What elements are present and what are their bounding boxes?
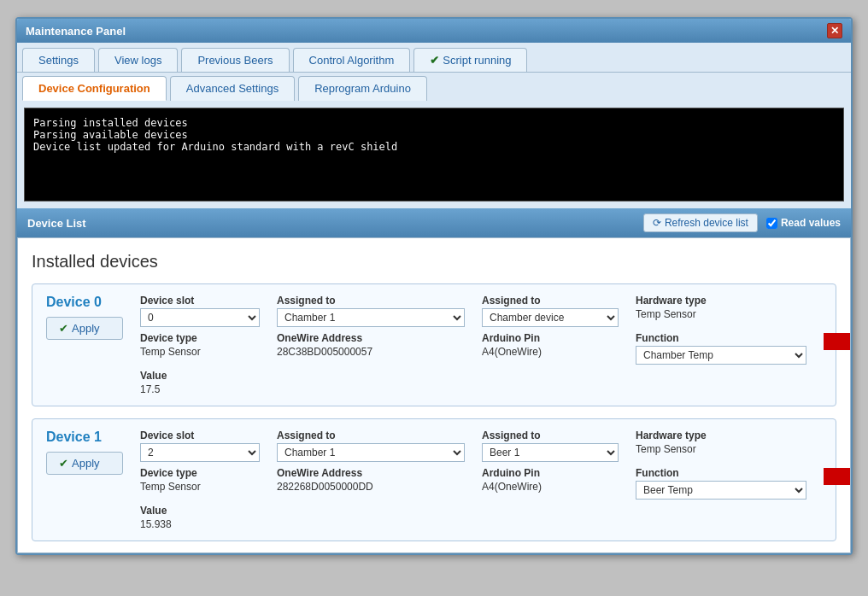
device-1-function-label: Function — [636, 467, 806, 479]
device-1-onewire-label: OneWire Address — [277, 467, 465, 479]
device-1-slot-label: Device slot — [140, 429, 260, 441]
device-1-devtype-value: Temp Sensor — [140, 481, 260, 493]
svg-marker-1 — [824, 459, 851, 494]
device-1-onewire-value: 282268D0050000DD — [277, 481, 465, 493]
tab-control-algorithm[interactable]: Control Algorithm — [293, 48, 411, 72]
device-list-scroll[interactable]: Installed devices Device 0 ✔ Apply Devic… — [17, 237, 851, 553]
device-1-value-label: Value — [140, 505, 260, 517]
device-1-hwtype-label: Hardware type — [636, 429, 806, 441]
tabs-row-1: Settings View logs Previous Beers Contro… — [17, 43, 851, 73]
device-1-id-col: Device 1 ✔ Apply — [46, 429, 123, 475]
tabs-row-2: Device Configuration Advanced Settings R… — [17, 73, 851, 101]
device-0-hwtype-value: Temp Sensor — [636, 308, 806, 320]
device-0-assigned1-group: Assigned to Chamber 1 Beer 1 None — [277, 295, 465, 327]
tab-reprogram-arduino[interactable]: Reprogram Arduino — [298, 76, 427, 101]
device-0-devtype-value: Temp Sensor — [140, 346, 260, 358]
device-1-devtype-label: Device type — [140, 467, 260, 479]
device-1-function-group: Function Beer Temp Chamber Temp None — [636, 467, 806, 500]
device-list-header: Device List ⟳ Refresh device list Read v… — [17, 208, 851, 237]
device-0-assigned2-label: Assigned to — [482, 295, 619, 307]
device-0-id: Device 0 — [46, 295, 123, 310]
close-button[interactable]: ✕ — [827, 23, 842, 38]
tab-previous-beers[interactable]: Previous Beers — [181, 48, 289, 72]
svg-marker-0 — [824, 324, 851, 359]
device-1-value-group: Value 15.938 — [140, 505, 260, 530]
device-0-apply-button[interactable]: ✔ Apply — [46, 317, 123, 340]
tab-script-running[interactable]: ✔ Script running — [413, 48, 527, 72]
device-1-assigned1-label: Assigned to — [277, 429, 465, 441]
arrow-1 — [824, 429, 851, 498]
device-1-assigned2-label: Assigned to — [482, 429, 619, 441]
device-0-value-label: Value — [140, 370, 260, 382]
device-0-assigned2-group: Assigned to Chamber device Beer 1 — [482, 295, 619, 327]
arrow-0 — [824, 295, 851, 363]
device-1-assigned1-select[interactable]: Chamber 1 Beer 1 None — [277, 443, 465, 462]
refresh-device-list-button[interactable]: ⟳ Refresh device list — [643, 213, 758, 232]
device-1-slot-group: Device slot 0 1 2 — [140, 429, 260, 462]
apply-1-check-icon: ✔ — [59, 457, 68, 470]
device-0-assigned2-select[interactable]: Chamber device Beer 1 — [482, 308, 619, 327]
device-0-slot-label: Device slot — [140, 295, 260, 307]
script-running-check-icon: ✔ — [430, 54, 439, 67]
device-0-hwtype-group: Hardware type Temp Sensor — [636, 295, 806, 327]
device-0-onewire-value: 28C38BD005000057 — [277, 346, 465, 358]
device-0-assigned1-select[interactable]: Chamber 1 Beer 1 None — [277, 308, 465, 327]
red-arrow-0-icon — [824, 320, 851, 363]
device-0-devtype-label: Device type — [140, 332, 260, 344]
device-1-onewire-group: OneWire Address 282268D0050000DD — [277, 467, 465, 500]
console-output: Parsing installed devices Parsing availa… — [24, 108, 844, 202]
device-0-slot-select[interactable]: 0 1 2 — [140, 308, 260, 327]
device-card-1: Device 1 ✔ Apply Device slot 0 1 2 — [32, 418, 836, 541]
device-0-onewire-group: OneWire Address 28C38BD005000057 — [277, 332, 465, 365]
console-line-2: Parsing available devices — [33, 129, 835, 141]
device-1-value-value: 15.938 — [140, 518, 260, 530]
device-0-value-group: Value 17.5 — [140, 370, 260, 395]
device-0-fields: Device slot 0 1 2 Assigned to Chamber 1 … — [140, 295, 806, 395]
device-list-actions: ⟳ Refresh device list Read values — [643, 213, 841, 232]
refresh-label: Refresh device list — [665, 217, 748, 229]
device-0-function-select[interactable]: Chamber Temp Beer Temp None — [636, 346, 806, 365]
refresh-icon: ⟳ — [653, 217, 661, 229]
read-values-label[interactable]: Read values — [766, 217, 841, 229]
tab-script-running-label: Script running — [443, 54, 511, 67]
device-1-pin-label: Arduino Pin — [482, 467, 619, 479]
device-1-function-select[interactable]: Beer Temp Chamber Temp None — [636, 481, 806, 500]
installed-devices-title: Installed devices — [32, 252, 836, 272]
apply-1-label: Apply — [72, 457, 100, 470]
window-title: Maintenance Panel — [26, 25, 126, 38]
device-1-assigned2-select[interactable]: Beer 1 Chamber device — [482, 443, 619, 462]
device-1-pin-group: Arduino Pin A4(OneWire) — [482, 467, 619, 500]
read-values-checkbox[interactable] — [766, 218, 777, 229]
device-1-assigned1-group: Assigned to Chamber 1 Beer 1 None — [277, 429, 465, 462]
console-line-1: Parsing installed devices — [33, 117, 835, 129]
device-0-id-col: Device 0 ✔ Apply — [46, 295, 123, 340]
device-list-title: Device List — [27, 217, 86, 230]
device-0-pin-label: Arduino Pin — [482, 332, 619, 344]
device-1-apply-button[interactable]: ✔ Apply — [46, 452, 123, 475]
device-0-onewire-label: OneWire Address — [277, 332, 465, 344]
device-1-slot-select[interactable]: 0 1 2 — [140, 443, 260, 462]
red-arrow-1-icon — [824, 455, 851, 498]
device-0-function-label: Function — [636, 332, 806, 344]
device-card-0: Device 0 ✔ Apply Device slot 0 1 2 — [32, 283, 836, 406]
device-1-assigned2-group: Assigned to Beer 1 Chamber device — [482, 429, 619, 462]
read-values-text: Read values — [781, 217, 841, 229]
tab-settings[interactable]: Settings — [22, 48, 95, 72]
apply-0-check-icon: ✔ — [59, 322, 68, 335]
tab-view-logs[interactable]: View logs — [98, 48, 178, 72]
device-1-id: Device 1 — [46, 429, 123, 445]
tab-device-configuration[interactable]: Device Configuration — [22, 76, 167, 101]
device-0-value-value: 17.5 — [140, 383, 260, 395]
device-1-fields: Device slot 0 1 2 Assigned to Chamber 1 … — [140, 429, 806, 530]
device-1-pin-value: A4(OneWire) — [482, 481, 619, 493]
device-0-devtype-group: Device type Temp Sensor — [140, 332, 260, 365]
device-0-pin-value: A4(OneWire) — [482, 346, 619, 358]
device-0-function-group: Function Chamber Temp Beer Temp None — [636, 332, 806, 365]
device-0-slot-group: Device slot 0 1 2 — [140, 295, 260, 327]
main-window: Maintenance Panel ✕ Settings View logs P… — [15, 17, 853, 555]
apply-0-label: Apply — [72, 322, 100, 335]
device-1-devtype-group: Device type Temp Sensor — [140, 467, 260, 500]
tab-advanced-settings[interactable]: Advanced Settings — [170, 76, 295, 101]
title-bar: Maintenance Panel ✕ — [17, 19, 851, 43]
device-0-assigned1-label: Assigned to — [277, 295, 465, 307]
